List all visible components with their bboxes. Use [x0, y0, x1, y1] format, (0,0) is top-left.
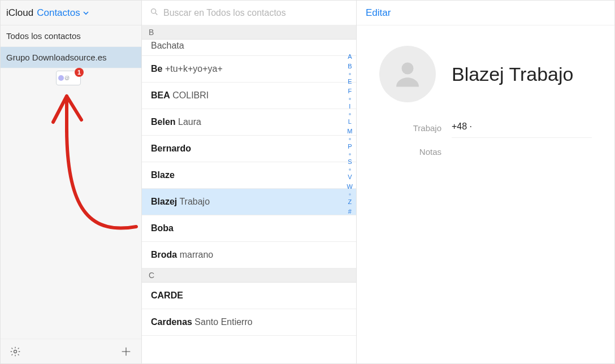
- contact-row-primary: Blazej: [151, 197, 177, 206]
- phone-label: Trabajo: [379, 123, 441, 133]
- avatar-placeholder-icon: [391, 57, 425, 91]
- alpha-index-letter[interactable]: P: [348, 144, 352, 150]
- contact-row-primary: Bernardo: [151, 144, 191, 153]
- contact-row[interactable]: Be +tu+k+yo+ya+: [142, 56, 356, 83]
- contact-row-secondary: marrano: [177, 250, 213, 259]
- contact-row[interactable]: Blazej Trabajo: [142, 189, 356, 215]
- contact-row-primary: Belen: [151, 117, 176, 127]
- alpha-index-letter[interactable]: S: [348, 159, 352, 165]
- alpha-index-dot[interactable]: [349, 153, 351, 155]
- contact-name: Blazej Trabajo: [452, 63, 573, 85]
- contact-row[interactable]: Cardenas Santo Entierro: [142, 309, 356, 336]
- svg-point-2: [402, 63, 414, 75]
- sidebar-header: iCloud Contactos: [1, 1, 141, 25]
- notes-field: Notas: [357, 144, 614, 162]
- contacts-list-panel: BBachataBe +tu+k+yo+ya+BEA COLIBRIBelen …: [142, 1, 357, 363]
- section-header: C: [142, 268, 356, 283]
- contact-row[interactable]: Bachata: [142, 40, 356, 56]
- contact-row-primary: BEA: [151, 90, 170, 100]
- contact-row-secondary: +tu+k+yo+ya+: [162, 64, 222, 73]
- alpha-index-letter[interactable]: Z: [348, 199, 352, 205]
- dragged-vcard-icon[interactable]: @ 1: [56, 71, 81, 85]
- contact-row[interactable]: Bernardo: [142, 136, 356, 162]
- alpha-index-dot[interactable]: [349, 73, 351, 75]
- alpha-index-letter[interactable]: F: [348, 88, 352, 94]
- contacts-menu-label: Contactos: [37, 7, 80, 19]
- search-icon: [150, 7, 159, 19]
- sidebar-item-label: Todos los contactos: [6, 31, 81, 41]
- contact-row-secondary: Santo Entierro: [192, 317, 253, 327]
- edit-button[interactable]: Editar: [366, 7, 391, 19]
- contact-row[interactable]: Belen Laura: [142, 109, 356, 136]
- plus-icon[interactable]: [120, 345, 132, 358]
- alphabet-index[interactable]: ABEFILMPSVWZ#: [347, 54, 353, 215]
- phone-field: Trabajo +48 ·: [357, 115, 614, 144]
- alpha-index-letter[interactable]: I: [349, 103, 350, 110]
- contact-row-primary: CARDE: [151, 291, 183, 300]
- profile-section: Blazej Trabajo: [357, 25, 614, 115]
- contact-row-secondary: COLIBRI: [170, 90, 209, 100]
- alpha-index-dot[interactable]: [349, 138, 351, 140]
- contact-row-primary: Cardenas: [151, 317, 192, 327]
- contacts-list[interactable]: BBachataBe +tu+k+yo+ya+BEA COLIBRIBelen …: [142, 25, 356, 363]
- alpha-index-letter[interactable]: E: [348, 79, 352, 85]
- chevron-down-icon: [83, 10, 89, 16]
- alpha-index-dot[interactable]: [349, 98, 351, 100]
- phone-value[interactable]: +48 ·: [452, 118, 592, 138]
- contacts-menu[interactable]: Contactos: [37, 7, 89, 19]
- sidebar-item-label: Grupo Downloadsource.es: [6, 53, 107, 62]
- app-root: iCloud Contactos Todos los contactos Gru…: [0, 0, 615, 364]
- alpha-index-letter[interactable]: #: [348, 209, 352, 215]
- contact-row-primary: Broda: [151, 250, 177, 259]
- alpha-index-dot[interactable]: [349, 113, 351, 115]
- contact-row-secondary: Bachata: [151, 41, 184, 50]
- notes-value[interactable]: [452, 148, 592, 157]
- app-title: iCloud: [6, 7, 33, 19]
- section-header: B: [142, 25, 356, 40]
- search-input[interactable]: [163, 8, 348, 18]
- sidebar-item-all-contacts[interactable]: Todos los contactos: [1, 25, 141, 47]
- contact-row[interactable]: Broda marrano: [142, 242, 356, 268]
- contact-row[interactable]: BEA COLIBRI: [142, 83, 356, 109]
- alpha-index-letter[interactable]: M: [347, 128, 352, 135]
- sidebar-item-group[interactable]: Grupo Downloadsource.es: [1, 47, 141, 68]
- sidebar-footer: [1, 339, 141, 363]
- contact-row-primary: Blaze: [151, 170, 175, 180]
- gear-icon[interactable]: [10, 346, 21, 357]
- contact-row-primary: Be: [151, 64, 162, 73]
- contact-row[interactable]: Boba: [142, 215, 356, 242]
- alpha-index-dot[interactable]: [349, 168, 351, 171]
- alpha-index-letter[interactable]: A: [348, 54, 352, 60]
- alpha-index-dot[interactable]: [349, 193, 351, 196]
- notes-label: Notas: [379, 147, 441, 157]
- svg-point-1: [151, 8, 156, 13]
- svg-point-0: [14, 350, 17, 353]
- alpha-index-letter[interactable]: W: [347, 184, 353, 190]
- sidebar: iCloud Contactos Todos los contactos Gru…: [1, 1, 142, 363]
- contact-row-primary: Boba: [151, 223, 174, 233]
- drag-count-badge: 1: [75, 68, 84, 77]
- alpha-index-letter[interactable]: V: [348, 174, 352, 180]
- contact-row[interactable]: Blaze: [142, 162, 356, 189]
- contact-detail-panel: Editar Blazej Trabajo Trabajo +48 · Nota…: [357, 1, 614, 363]
- alpha-index-letter[interactable]: L: [348, 119, 352, 125]
- contact-row-secondary: Laura: [176, 117, 201, 127]
- detail-header: Editar: [357, 1, 614, 25]
- contact-row[interactable]: CARDE: [142, 283, 356, 309]
- vcard-at-icon: @: [64, 75, 70, 81]
- avatar[interactable]: [379, 46, 436, 102]
- annotation-arrow-icon: [15, 83, 145, 252]
- alpha-index-letter[interactable]: B: [348, 63, 352, 70]
- vcard-avatar-dot: [58, 75, 64, 81]
- contact-row-secondary: Trabajo: [177, 197, 210, 206]
- search-bar[interactable]: [142, 1, 356, 25]
